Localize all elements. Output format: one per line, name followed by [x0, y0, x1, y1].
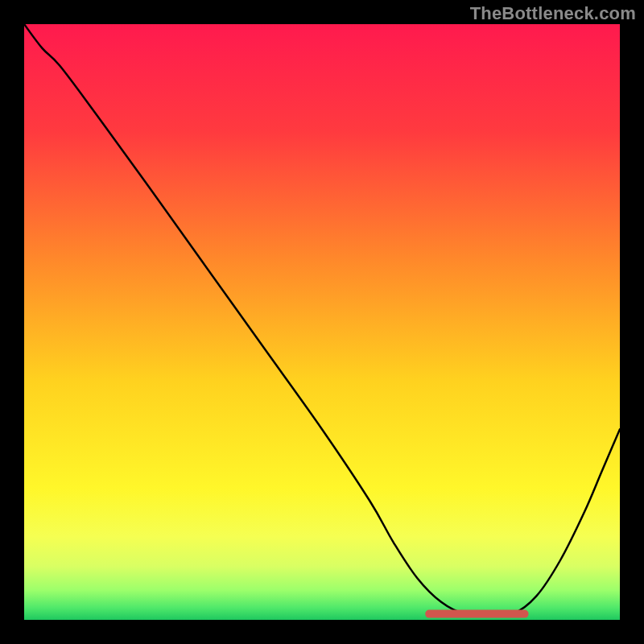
plot-area	[24, 24, 620, 620]
chart-svg	[24, 24, 620, 620]
chart-frame: TheBottleneck.com	[0, 0, 644, 644]
gradient-background	[24, 24, 620, 620]
watermark-text: TheBottleneck.com	[470, 3, 636, 24]
